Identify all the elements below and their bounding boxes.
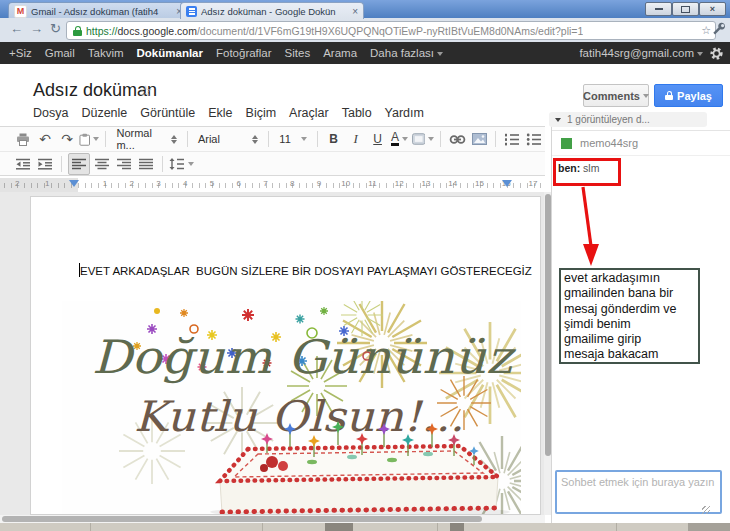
share-button[interactable]: Paylaş (654, 84, 723, 107)
menu-araclar[interactable]: Araçlar (289, 106, 329, 120)
red-arrow-annotation (552, 185, 612, 270)
insert-link-button[interactable] (447, 129, 467, 149)
print-icon (16, 133, 30, 146)
horizontal-scrollbar[interactable] (0, 515, 545, 523)
chevron-down-icon (697, 52, 703, 56)
window-close-button[interactable]: × (699, 2, 726, 16)
gbar-item-sites[interactable]: Sites (285, 47, 311, 59)
bookmark-star-icon[interactable]: ☆ (701, 24, 711, 37)
increase-indent-button[interactable] (35, 154, 55, 174)
align-right-button[interactable] (114, 154, 134, 174)
browser-tab-gmail[interactable]: M Gmail - Adsız doküman (fatih4 × (8, 2, 188, 19)
chat-input[interactable] (555, 470, 722, 514)
menu-bicim[interactable]: Biçim (246, 106, 277, 120)
bullet-list-button[interactable] (524, 129, 544, 149)
chevron-down-icon (301, 137, 307, 141)
numbered-list-button[interactable] (502, 129, 522, 149)
gbar-item-plus-siz[interactable]: +Siz (9, 47, 32, 59)
gbar-item-dokumanlar[interactable]: Dokümanlar (137, 47, 203, 59)
viewer-row[interactable]: memo44srg (552, 130, 730, 156)
menu-tablo[interactable]: Tablo (342, 106, 372, 120)
gbar-item-daha-fazlasi[interactable]: Daha fazlası (370, 47, 443, 59)
menu-duzenle[interactable]: Düzenle (81, 106, 127, 120)
gbar-item-takvim[interactable]: Takvim (88, 47, 124, 59)
undo-button[interactable]: ↶ (35, 129, 55, 149)
browser-tab-docs[interactable]: Adsız doküman - Google Dokün × (180, 2, 364, 19)
wrench-menu-icon[interactable] (712, 22, 726, 36)
back-icon[interactable]: ← (10, 21, 23, 36)
image-icon (472, 133, 487, 145)
left-indent-marker[interactable] (69, 180, 79, 187)
right-indent-marker[interactable] (502, 180, 512, 187)
chat-sidebar: 1 görüntüleyen d... memo44srg ben: slm e… (552, 108, 730, 523)
align-left-button[interactable] (68, 153, 90, 175)
gbar-item-arama[interactable]: Arama (323, 47, 357, 59)
tab-title: Gmail - Adsız doküman (fatih4 (31, 6, 173, 17)
gbar-item-gmail[interactable]: Gmail (45, 47, 75, 59)
bold-button[interactable]: B (324, 129, 344, 149)
menu-yardim[interactable]: Yardım (385, 106, 424, 120)
chevron-down-icon (402, 137, 408, 141)
decrease-indent-button[interactable] (13, 154, 33, 174)
updown-icon (171, 135, 177, 144)
gear-icon[interactable] (709, 46, 724, 61)
text-color-button[interactable]: A (390, 129, 410, 149)
menu-goruntule[interactable]: Görüntüle (140, 106, 195, 120)
document-page[interactable]: EVET ARKADAŞLAR BUGÜN SİZLERE BİR DOSYAY… (30, 196, 541, 515)
reload-icon[interactable]: ↻ (50, 21, 61, 36)
align-justify-button[interactable] (136, 154, 156, 174)
url-path: /document/d/1VF6mG19tH9X6UQPQNqOTiEwP-ny… (197, 25, 583, 37)
docs-favicon-icon (186, 6, 197, 17)
window-maximize-button[interactable] (672, 2, 699, 16)
underline-button[interactable]: U (368, 129, 388, 149)
comments-button[interactable]: Comments (583, 84, 649, 107)
italic-button[interactable]: I (346, 129, 366, 149)
ruler-number: 12 (395, 179, 404, 188)
link-icon (449, 134, 466, 145)
gbar-item-fotograflar[interactable]: Fotoğraflar (216, 47, 272, 59)
menu-dosya[interactable]: Dosya (33, 106, 68, 120)
url-host: docs.google.com (118, 25, 197, 37)
line-spacing-button[interactable] (169, 154, 194, 174)
paint-format-button[interactable] (79, 129, 99, 149)
ruler-number: 8 (290, 179, 294, 188)
viewers-summary-button[interactable]: 1 görüntüleyen d... (549, 112, 707, 127)
image-text-line2: Kutlu Olsun!... (134, 392, 464, 441)
birthday-image[interactable]: Doğum Gününüz Kutlu Olsun!... (62, 301, 521, 515)
font-family-dropdown[interactable]: Arial (194, 130, 262, 148)
screen: M Gmail - Adsız doküman (fatih4 × Adsız … (0, 0, 730, 531)
align-justify-icon (139, 158, 154, 170)
tab-close-icon[interactable]: × (352, 6, 358, 17)
redo-button[interactable]: ↷ (57, 129, 77, 149)
ruler: 2 1 1234567891011121314151617 (0, 178, 545, 193)
account-email[interactable]: fatih44srg@gmail.com (579, 47, 703, 59)
window-minimize-button[interactable] (645, 2, 672, 16)
resize-grip-icon[interactable] (702, 506, 710, 514)
ruler-number: 4 (183, 179, 187, 188)
clipboard-icon (79, 133, 90, 146)
paragraph-style-dropdown[interactable]: Normal m... (112, 130, 180, 148)
align-center-button[interactable] (92, 154, 112, 174)
note-text-box: evet arkadaşımın gmailinden bana bir mes… (559, 268, 700, 364)
font-size-dropdown[interactable]: 11 (275, 130, 310, 148)
insert-image-button[interactable] (469, 129, 489, 149)
forward-icon[interactable]: → (30, 21, 43, 36)
ruler-number: 2 (15, 179, 19, 188)
ruler-number: 7 (263, 179, 267, 188)
chevron-down-icon (93, 137, 99, 141)
image-text-line1: Doğum Gününüz (92, 330, 517, 384)
document-canvas: EVET ARKADAŞLAR BUGÜN SİZLERE BİR DOSYAY… (0, 192, 545, 515)
document-text-line[interactable]: EVET ARKADAŞLAR BUGÜN SİZLERE BİR DOSYAY… (80, 265, 532, 277)
menu-ekle[interactable]: Ekle (208, 106, 232, 120)
horizontal-scrollbar-thumb[interactable] (2, 516, 482, 522)
ruler-number: 3 (156, 179, 160, 188)
highlight-icon (412, 133, 425, 145)
triangle-down-icon (555, 118, 561, 122)
bullet-list-icon (526, 133, 542, 146)
address-bar[interactable]: https://docs.google.com/document/d/1VF6m… (66, 21, 716, 40)
presence-square-icon (561, 138, 572, 149)
print-button[interactable] (13, 129, 33, 149)
gmail-favicon-icon: M (14, 5, 27, 18)
star-document-icon[interactable]: ☆ (139, 82, 152, 100)
highlight-color-button[interactable] (412, 129, 434, 149)
